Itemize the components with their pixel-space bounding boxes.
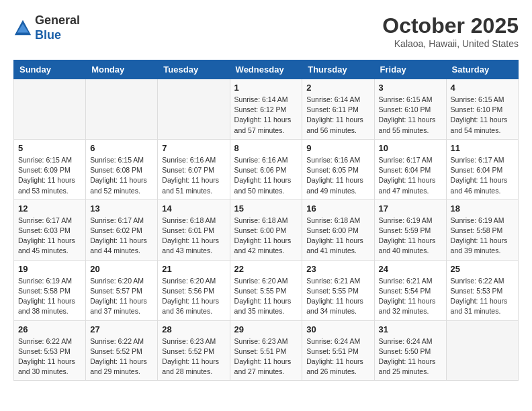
- day-info: Sunrise: 6:16 AM Sunset: 6:07 PM Dayligh…: [162, 155, 225, 196]
- weekday-header: Tuesday: [158, 60, 230, 79]
- day-info: Sunrise: 6:17 AM Sunset: 6:04 PM Dayligh…: [379, 155, 442, 196]
- day-info: Sunrise: 6:21 AM Sunset: 5:54 PM Dayligh…: [379, 276, 442, 317]
- day-info: Sunrise: 6:14 AM Sunset: 6:11 PM Dayligh…: [306, 95, 369, 136]
- day-info: Sunrise: 6:19 AM Sunset: 5:59 PM Dayligh…: [379, 216, 442, 257]
- calendar-day-cell: 28Sunrise: 6:23 AM Sunset: 5:52 PM Dayli…: [158, 320, 230, 381]
- calendar-day-cell: 2Sunrise: 6:14 AM Sunset: 6:11 PM Daylig…: [302, 79, 374, 140]
- day-number: 11: [451, 143, 514, 153]
- day-number: 16: [306, 203, 369, 214]
- weekday-header: Thursday: [302, 60, 374, 79]
- day-info: Sunrise: 6:16 AM Sunset: 6:05 PM Dayligh…: [306, 155, 369, 196]
- day-info: Sunrise: 6:20 AM Sunset: 5:55 PM Dayligh…: [234, 276, 298, 317]
- day-number: 10: [379, 143, 442, 153]
- day-number: 3: [379, 83, 442, 93]
- day-info: Sunrise: 6:17 AM Sunset: 6:02 PM Dayligh…: [90, 216, 153, 257]
- weekday-header: Sunday: [14, 60, 86, 79]
- calendar-day-cell: 30Sunrise: 6:24 AM Sunset: 5:51 PM Dayli…: [302, 320, 374, 381]
- day-info: Sunrise: 6:22 AM Sunset: 5:53 PM Dayligh…: [18, 336, 81, 377]
- calendar-week-row: 26Sunrise: 6:22 AM Sunset: 5:53 PM Dayli…: [14, 320, 519, 381]
- day-info: Sunrise: 6:24 AM Sunset: 5:51 PM Dayligh…: [306, 336, 369, 377]
- day-number: 14: [162, 203, 225, 214]
- calendar-week-row: 19Sunrise: 6:19 AM Sunset: 5:58 PM Dayli…: [14, 260, 519, 320]
- day-number: 17: [379, 203, 442, 214]
- calendar-day-cell: 14Sunrise: 6:18 AM Sunset: 6:01 PM Dayli…: [158, 199, 230, 260]
- day-number: 30: [306, 324, 369, 334]
- calendar-day-cell: 19Sunrise: 6:19 AM Sunset: 5:58 PM Dayli…: [14, 260, 86, 320]
- calendar-day-cell: 9Sunrise: 6:16 AM Sunset: 6:05 PM Daylig…: [302, 139, 374, 199]
- calendar-day-cell: 31Sunrise: 6:24 AM Sunset: 5:50 PM Dayli…: [374, 320, 446, 381]
- day-number: 2: [306, 83, 369, 93]
- calendar-day-cell: 21Sunrise: 6:20 AM Sunset: 5:56 PM Dayli…: [158, 260, 230, 320]
- logo: General Blue: [13, 13, 80, 42]
- calendar-day-cell: 13Sunrise: 6:17 AM Sunset: 6:02 PM Dayli…: [86, 199, 158, 260]
- day-number: 7: [162, 143, 225, 153]
- day-info: Sunrise: 6:18 AM Sunset: 6:00 PM Dayligh…: [306, 216, 369, 257]
- calendar-day-cell: 11Sunrise: 6:17 AM Sunset: 6:04 PM Dayli…: [446, 139, 518, 199]
- day-info: Sunrise: 6:15 AM Sunset: 6:10 PM Dayligh…: [379, 95, 442, 136]
- weekday-header: Saturday: [446, 60, 518, 79]
- calendar-day-cell: 17Sunrise: 6:19 AM Sunset: 5:59 PM Dayli…: [374, 199, 446, 260]
- day-info: Sunrise: 6:14 AM Sunset: 6:12 PM Dayligh…: [234, 95, 298, 136]
- calendar-day-cell: 7Sunrise: 6:16 AM Sunset: 6:07 PM Daylig…: [158, 139, 230, 199]
- calendar-day-cell: [14, 79, 86, 140]
- calendar-day-cell: 12Sunrise: 6:17 AM Sunset: 6:03 PM Dayli…: [14, 199, 86, 260]
- weekday-header-row: SundayMondayTuesdayWednesdayThursdayFrid…: [14, 60, 519, 79]
- day-number: 27: [90, 324, 153, 334]
- day-number: 22: [234, 264, 298, 274]
- day-number: 19: [18, 264, 81, 274]
- day-info: Sunrise: 6:17 AM Sunset: 6:04 PM Dayligh…: [451, 155, 514, 196]
- logo-icon: [13, 19, 32, 38]
- calendar-day-cell: 24Sunrise: 6:21 AM Sunset: 5:54 PM Dayli…: [374, 260, 446, 320]
- logo-blue-text: Blue: [35, 28, 61, 42]
- day-info: Sunrise: 6:16 AM Sunset: 6:06 PM Dayligh…: [234, 155, 298, 196]
- day-info: Sunrise: 6:22 AM Sunset: 5:53 PM Dayligh…: [451, 276, 514, 317]
- day-info: Sunrise: 6:23 AM Sunset: 5:51 PM Dayligh…: [234, 336, 298, 377]
- day-info: Sunrise: 6:18 AM Sunset: 6:00 PM Dayligh…: [234, 216, 298, 257]
- calendar-day-cell: 23Sunrise: 6:21 AM Sunset: 5:55 PM Dayli…: [302, 260, 374, 320]
- calendar-day-cell: 3Sunrise: 6:15 AM Sunset: 6:10 PM Daylig…: [374, 79, 446, 140]
- day-number: 6: [90, 143, 153, 153]
- calendar-day-cell: 16Sunrise: 6:18 AM Sunset: 6:00 PM Dayli…: [302, 199, 374, 260]
- calendar-day-cell: [86, 79, 158, 140]
- calendar-day-cell: [446, 320, 518, 381]
- day-number: 18: [451, 203, 514, 214]
- day-info: Sunrise: 6:15 AM Sunset: 6:10 PM Dayligh…: [451, 95, 514, 136]
- day-info: Sunrise: 6:21 AM Sunset: 5:55 PM Dayligh…: [306, 276, 369, 317]
- day-number: 1: [234, 83, 298, 93]
- calendar-day-cell: 22Sunrise: 6:20 AM Sunset: 5:55 PM Dayli…: [230, 260, 302, 320]
- calendar-day-cell: 20Sunrise: 6:20 AM Sunset: 5:57 PM Dayli…: [86, 260, 158, 320]
- day-number: 28: [162, 324, 225, 334]
- day-number: 24: [379, 264, 442, 274]
- calendar-day-cell: [158, 79, 230, 140]
- calendar-day-cell: 27Sunrise: 6:22 AM Sunset: 5:52 PM Dayli…: [86, 320, 158, 381]
- day-info: Sunrise: 6:23 AM Sunset: 5:52 PM Dayligh…: [162, 336, 225, 377]
- day-info: Sunrise: 6:18 AM Sunset: 6:01 PM Dayligh…: [162, 216, 225, 257]
- page-header: General Blue October 2025 Kalaoa, Hawaii…: [13, 13, 519, 49]
- month-title: October 2025: [382, 13, 519, 38]
- day-info: Sunrise: 6:24 AM Sunset: 5:50 PM Dayligh…: [379, 336, 442, 377]
- calendar-day-cell: 18Sunrise: 6:19 AM Sunset: 5:58 PM Dayli…: [446, 199, 518, 260]
- day-number: 15: [234, 203, 298, 214]
- day-number: 25: [451, 264, 514, 274]
- logo-general-text: General: [35, 13, 80, 27]
- calendar-week-row: 5Sunrise: 6:15 AM Sunset: 6:09 PM Daylig…: [14, 139, 519, 199]
- day-info: Sunrise: 6:20 AM Sunset: 5:56 PM Dayligh…: [162, 276, 225, 317]
- weekday-header: Monday: [86, 60, 158, 79]
- calendar-day-cell: 10Sunrise: 6:17 AM Sunset: 6:04 PM Dayli…: [374, 139, 446, 199]
- day-info: Sunrise: 6:19 AM Sunset: 5:58 PM Dayligh…: [451, 216, 514, 257]
- day-info: Sunrise: 6:15 AM Sunset: 6:09 PM Dayligh…: [18, 155, 81, 196]
- day-number: 26: [18, 324, 81, 334]
- calendar-day-cell: 26Sunrise: 6:22 AM Sunset: 5:53 PM Dayli…: [14, 320, 86, 381]
- day-number: 23: [306, 264, 369, 274]
- day-number: 8: [234, 143, 298, 153]
- weekday-header: Friday: [374, 60, 446, 79]
- calendar-day-cell: 6Sunrise: 6:15 AM Sunset: 6:08 PM Daylig…: [86, 139, 158, 199]
- calendar-day-cell: 8Sunrise: 6:16 AM Sunset: 6:06 PM Daylig…: [230, 139, 302, 199]
- day-number: 20: [90, 264, 153, 274]
- day-info: Sunrise: 6:19 AM Sunset: 5:58 PM Dayligh…: [18, 276, 81, 317]
- calendar-day-cell: 15Sunrise: 6:18 AM Sunset: 6:00 PM Dayli…: [230, 199, 302, 260]
- day-number: 5: [18, 143, 81, 153]
- calendar-week-row: 12Sunrise: 6:17 AM Sunset: 6:03 PM Dayli…: [14, 199, 519, 260]
- calendar-day-cell: 5Sunrise: 6:15 AM Sunset: 6:09 PM Daylig…: [14, 139, 86, 199]
- day-info: Sunrise: 6:17 AM Sunset: 6:03 PM Dayligh…: [18, 216, 81, 257]
